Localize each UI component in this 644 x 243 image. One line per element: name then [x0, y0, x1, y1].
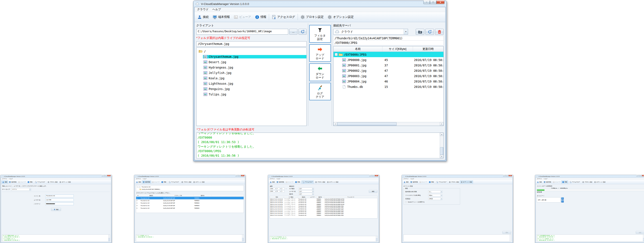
menu-help[interactable]: ヘルプ — [142, 178, 147, 180]
combo-dropdown-arrow[interactable]: ▼ — [440, 191, 442, 193]
menu-cloud[interactable]: クラウド — [536, 178, 543, 180]
minimize-button[interactable]: − — [503, 175, 506, 176]
combo-dropdown-arrow[interactable]: ▼ — [404, 29, 408, 34]
titlebar[interactable]: V-CloudDataManager Version 1.0.0.0 −□× — [535, 175, 644, 177]
toolbar-terminal-button[interactable]: 端末情報 — [8, 180, 18, 183]
log-row[interactable]: 2016-07-04 15:20:28ファイルアップロードThunderbird… — [270, 203, 377, 205]
close-button[interactable]: × — [375, 175, 378, 176]
column-header-terminal[interactable]: 端末名 — [194, 194, 212, 197]
horizontal-scrollbar[interactable]: ◄ ► — [334, 122, 444, 126]
scroll-up-arrow[interactable]: ▲ — [440, 133, 444, 136]
server-file-table[interactable]: 名前 サイズ[KByte] 更新日時 -/EXT0000/JPEG JP0000… — [333, 46, 444, 126]
menu-cloud[interactable]: クラウド — [1, 178, 8, 180]
table-row[interactable]: 1Thunderbird2Ie22y14v4CA8T10PTERM001 — [136, 197, 244, 199]
minimize-button[interactable]: − — [424, 1, 430, 4]
maximize-button[interactable]: □ — [639, 175, 642, 176]
combo-dropdown-arrow[interactable]: ▼ — [312, 193, 314, 195]
log-type-combo[interactable]: 全て▼ — [299, 187, 314, 190]
maximize-button[interactable]: □ — [372, 175, 375, 176]
toolbar-connect-button[interactable]: 接続 — [1, 180, 8, 183]
menu-cloud[interactable]: クラウド — [135, 178, 142, 180]
terminal-name-combo[interactable]: 全て▼ — [299, 193, 314, 195]
maximize-button[interactable]: □ — [104, 175, 107, 176]
column-header-terminal[interactable]: 端末名 — [316, 196, 324, 198]
column-header-path[interactable]: フォルダパス — [324, 196, 378, 198]
toolbar-terminal-button[interactable]: 端末情報 — [410, 180, 419, 183]
tree-file-row[interactable]: Tulips.jpg — [196, 92, 306, 97]
server-file-row[interactable]: JP00001.jpg372016/07/19 08:58: — [334, 63, 444, 68]
terminal-table[interactable]: # 接続先 アクティブID 端末名 1Thunderbird2Ie22y14v4… — [136, 194, 244, 213]
scrollbar-thumb[interactable] — [108, 238, 110, 241]
log-row[interactable]: 2016-07-04 16:45:42ファイルアップロードThunderbird… — [270, 211, 377, 212]
combo-dropdown-arrow[interactable]: ▼ — [312, 188, 314, 190]
toolbar-options-button[interactable]: オプション設定 — [460, 180, 473, 183]
menu-help[interactable]: ヘルプ — [276, 178, 281, 180]
tree-file-row[interactable]: Hydrangeas.jpg — [196, 65, 306, 70]
log-row[interactable]: 2016-07-04 16:42:44ファイルダウンロードThunderbird… — [270, 207, 377, 209]
column-header-server[interactable]: 接続先 — [140, 194, 162, 197]
server-refresh-button[interactable] — [426, 29, 434, 35]
toolbar-connect-button[interactable]: 接続 — [536, 180, 543, 183]
client-file-tree[interactable]: / Chrysanthemum.jpg Desert.jpg Hydrangea… — [196, 48, 307, 126]
toolbar-connect-button[interactable]: 接続 — [269, 180, 276, 183]
client-path-input[interactable]: C:/Users/hasuno/Desktop/work/160801_HP/i… — [196, 29, 288, 35]
menu-cloud[interactable]: クラウド — [195, 7, 210, 12]
log-scrollbar[interactable] — [242, 235, 244, 241]
tree-file-row[interactable]: Koala.jpg — [196, 75, 306, 81]
scroll-down-arrow[interactable]: ▼ — [440, 155, 444, 158]
close-button[interactable]: × — [642, 175, 644, 176]
toolbar-proxy-button[interactable]: プロキシ設定 — [581, 180, 593, 183]
download-button[interactable]: ダウン ロード — [309, 63, 331, 81]
search-button[interactable]: 検索 — [369, 190, 378, 193]
toolbar-options-button[interactable]: オプション設定 — [58, 180, 72, 183]
toolbar-info-button[interactable]: 情報 — [294, 180, 301, 183]
toolbar-proxy-button[interactable]: プロキシ設定 — [46, 180, 58, 183]
toolbar-options-button[interactable]: オプション設定 — [192, 180, 206, 183]
table-row[interactable]: 4Thunderbird2Ie22y17v4CA8T10PTERM004 — [136, 204, 244, 207]
tree-file-row[interactable]: Chrysanthemum.jpg — [196, 54, 306, 59]
toolbar-accesslog-button[interactable]: アクセスログ — [302, 180, 314, 183]
toolbar-accesslog-button[interactable]: アクセスログ — [270, 14, 297, 21]
toolbar-proxy-button[interactable]: プロキシ設定 — [314, 180, 326, 183]
column-header-time[interactable]: 時刻 — [270, 196, 284, 198]
titlebar[interactable]: V-CloudDataManager Version 1.0.0.0 −□× — [402, 175, 513, 177]
browse-button[interactable]: ... — [289, 29, 298, 35]
menu-help[interactable]: ヘルプ — [409, 178, 415, 180]
toolbar-proxy-button[interactable]: プロキシ設定 — [448, 180, 460, 183]
toolbar-terminal-button[interactable]: 端末情報 — [142, 180, 151, 183]
column-header-size[interactable]: サイズ[KByte] — [382, 46, 413, 52]
toolbar-proxy-button[interactable]: プロキシ設定 — [180, 180, 192, 183]
to-day-field[interactable]: 1 — [281, 190, 284, 192]
toolbar-info-button[interactable]: 情報 — [428, 180, 435, 183]
log-scrollbar[interactable]: ▲ ▼ — [440, 133, 444, 158]
column-header-active-id[interactable]: アクティブID — [162, 194, 194, 197]
column-header-user[interactable]: ユーザー — [309, 196, 316, 198]
user-name-combo[interactable]: 全て▼ — [299, 190, 314, 192]
log-row[interactable]: 2016-07-04 16:43:16ファイルダウンロードThunderbird… — [270, 209, 377, 210]
toolbar-info-button[interactable]: 情報 — [561, 180, 568, 183]
log-scrollbar[interactable] — [108, 235, 110, 241]
from-year-field[interactable]: 2016 — [270, 187, 275, 190]
table-row[interactable]: 3Thunderbird2Ie22y16v4CA8T10PTERM003 — [136, 202, 244, 204]
toolbar-accesslog-button[interactable]: アクセスログ — [168, 180, 180, 183]
size-unit-combo[interactable]: KByte▼ — [428, 194, 442, 196]
tree-root-row[interactable]: / — [196, 49, 306, 54]
maximize-button[interactable]: □ — [430, 1, 436, 4]
toolbar-options-button[interactable]: オプション設定 — [593, 180, 606, 183]
toolbar-terminal-button[interactable]: 端末情報 — [211, 14, 232, 21]
toolbar-proxy-button[interactable]: プロキシ設定 — [298, 14, 326, 21]
upload-button[interactable]: アップ ロード — [309, 44, 331, 62]
toolbar-terminal-button[interactable]: 端末情報 — [276, 180, 285, 183]
folder-up-button[interactable] — [416, 29, 424, 35]
toolbar-terminal-button[interactable]: 端末情報 — [543, 180, 552, 183]
server-delete-button[interactable] — [435, 29, 444, 35]
menu-cloud[interactable]: クラウド — [269, 178, 276, 180]
log-row[interactable]: 2016-07-04 16:42:41ファイルダウンロードThunderbird… — [270, 205, 377, 207]
domain-field[interactable]: Thunderbird2 — [45, 195, 74, 197]
column-header-num[interactable]: # — [136, 194, 140, 197]
timezone-apply-button[interactable]: 設定 — [636, 231, 644, 234]
toolbar-accesslog-button[interactable]: アクセスログ — [435, 180, 447, 183]
tree-expander[interactable]: - — [335, 53, 338, 56]
log-row[interactable]: 2016-07-04 14:30:18ファイルアップロードThunderbird… — [270, 198, 377, 200]
server-file-row[interactable]: JP00003.jpg472016/07/19 08:58: — [334, 73, 444, 79]
